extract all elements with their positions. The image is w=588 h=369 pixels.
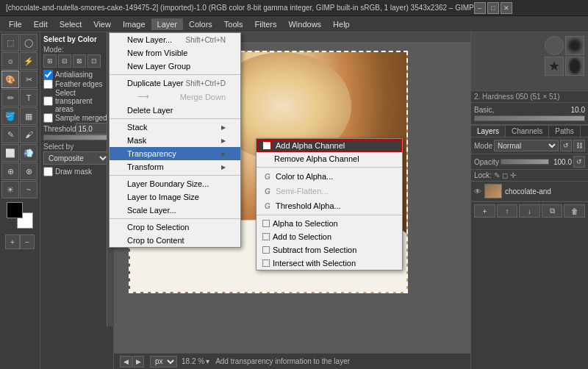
submenu-intersect-selection[interactable]: Intersect with Selection: [257, 257, 402, 270]
menu-select[interactable]: Select: [54, 18, 88, 30]
menu-new-from-visible[interactable]: New from Visible: [110, 46, 240, 60]
close-button[interactable]: ✕: [501, 2, 512, 14]
zoom-in-button[interactable]: +: [5, 234, 20, 249]
lock-alpha-icon[interactable]: ◻: [502, 171, 508, 179]
tool-lasso[interactable]: ⌾: [1, 52, 19, 70]
submenu-semi-flatten[interactable]: G Semi-Flatten...: [257, 184, 402, 198]
submenu-add-to-selection[interactable]: Add to Selection: [257, 230, 402, 243]
lower-layer-btn[interactable]: ↓: [519, 204, 540, 218]
layer-mode-dropdown[interactable]: Normal: [494, 140, 559, 151]
tool-fuzzy-select[interactable]: ⚡: [20, 52, 37, 70]
menu-file[interactable]: File: [3, 18, 28, 30]
tab-paths[interactable]: Paths: [549, 126, 581, 137]
blend-mode-btn-3[interactable]: ⊠: [73, 54, 86, 68]
menu-edit[interactable]: Edit: [28, 18, 54, 30]
raise-layer-btn[interactable]: ↑: [497, 204, 518, 218]
antialiasing-check[interactable]: Antialiasing: [43, 70, 110, 79]
blend-mode-btn-1[interactable]: ⊞: [43, 54, 57, 68]
menu-delete-layer[interactable]: Delete Layer: [110, 104, 240, 117]
draw-mask-checkbox[interactable]: [43, 167, 53, 176]
tool-ellipse-select[interactable]: ◯: [20, 34, 37, 51]
menu-view[interactable]: View: [87, 18, 117, 30]
nav-next[interactable]: ▶: [132, 356, 144, 368]
menu-image[interactable]: Image: [117, 18, 151, 30]
menu-transparency[interactable]: Transparency: [110, 147, 240, 160]
menu-new-layer-group[interactable]: New Layer Group: [110, 60, 240, 73]
new-layer-btn[interactable]: +: [474, 204, 495, 218]
lock-position-icon[interactable]: ✛: [510, 171, 516, 179]
maximize-button[interactable]: □: [487, 2, 499, 14]
menu-filters[interactable]: Filters: [249, 18, 283, 30]
menu-crop-selection[interactable]: Crop to Selection: [110, 221, 240, 234]
fg-bg-colors[interactable]: [7, 202, 33, 229]
submenu-threshold-alpha[interactable]: G Threshold Alpha...: [257, 198, 402, 213]
opacity-reset[interactable]: ↺: [573, 156, 585, 168]
tool-paths[interactable]: ✏: [1, 89, 19, 107]
zoom-dropdown-icon[interactable]: ▾: [206, 357, 209, 365]
antialiasing-checkbox[interactable]: [43, 70, 53, 79]
opacity-slider[interactable]: [501, 159, 549, 165]
feather-check[interactable]: Feather edges: [43, 79, 110, 89]
menu-help[interactable]: Help: [327, 18, 356, 30]
tab-channels[interactable]: Channels: [506, 126, 549, 137]
tool-bucket-fill[interactable]: 🪣: [1, 107, 19, 125]
menu-windows[interactable]: Windows: [282, 18, 327, 30]
tool-scissors[interactable]: ✂: [20, 71, 37, 88]
unit-dropdown[interactable]: px: [150, 356, 177, 368]
spacing-slider[interactable]: [474, 115, 585, 121]
nav-prev[interactable]: ◀: [120, 356, 132, 368]
minimize-button[interactable]: –: [474, 2, 486, 14]
layer-row[interactable]: 👁 chocolate-and: [471, 182, 588, 201]
layer-mode-reset[interactable]: ↺: [560, 140, 572, 151]
foreground-color[interactable]: [7, 202, 23, 218]
sample-merged-checkbox[interactable]: [43, 113, 53, 123]
tool-heal[interactable]: ⊗: [20, 162, 37, 180]
blend-mode-btn-4[interactable]: ⊡: [87, 54, 101, 68]
menu-scale-layer[interactable]: Scale Layer...: [110, 204, 240, 217]
duplicate-layer-btn[interactable]: ⧉: [542, 204, 563, 218]
submenu-subtract-from-selection[interactable]: Subtract from Selection: [257, 243, 402, 257]
select-transparent-checkbox[interactable]: [43, 96, 53, 106]
tool-select-by-color[interactable]: 🎨: [1, 71, 19, 88]
threshold-slider[interactable]: [43, 135, 110, 140]
draw-mask-check[interactable]: Draw mask: [43, 167, 110, 176]
menu-layer[interactable]: Layer: [151, 18, 184, 30]
tool-smudge[interactable]: ~: [20, 181, 37, 198]
menu-new-layer[interactable]: New Layer... Shift+Ctrl+N: [110, 33, 240, 46]
layer-mode-chain[interactable]: ⛓: [573, 140, 585, 151]
menu-colors[interactable]: Colors: [183, 18, 218, 30]
menu-layer-boundary[interactable]: Layer Boundary Size...: [110, 177, 240, 190]
submenu-alpha-to-selection[interactable]: Alpha to Selection: [257, 217, 402, 230]
transparency-submenu[interactable]: Add Alpha Channel Remove Alpha Channel G…: [256, 138, 403, 271]
menu-stack[interactable]: Stack: [110, 121, 240, 134]
select-by-dropdown[interactable]: Composite: [43, 151, 110, 165]
feather-checkbox[interactable]: [43, 79, 53, 89]
submenu-remove-alpha[interactable]: Remove Alpha Channel: [257, 152, 402, 165]
menu-transform[interactable]: Transform: [110, 160, 240, 173]
tool-airbrush[interactable]: 💨: [20, 144, 37, 162]
menu-mask[interactable]: Mask: [110, 134, 240, 147]
zoom-out-button[interactable]: −: [20, 234, 35, 249]
tool-pencil[interactable]: ✎: [1, 126, 19, 143]
tool-eraser[interactable]: ⬜: [1, 144, 19, 162]
blend-mode-btn-2[interactable]: ⊟: [58, 54, 71, 68]
tool-paintbrush[interactable]: 🖌: [20, 126, 37, 143]
lock-pixels-icon[interactable]: ✎: [494, 171, 500, 179]
tool-blend[interactable]: ▦: [20, 107, 37, 125]
tool-text[interactable]: T: [20, 89, 37, 107]
tool-clone[interactable]: ⊕: [1, 162, 19, 180]
tab-layers[interactable]: Layers: [471, 126, 506, 137]
menu-tools[interactable]: Tools: [218, 18, 249, 30]
menu-crop-content[interactable]: Crop to Content: [110, 234, 240, 247]
layer-visibility-icon[interactable]: 👁: [474, 187, 481, 196]
tool-rect-select[interactable]: ⬚: [1, 34, 19, 51]
menu-duplicate-layer[interactable]: Duplicate Layer Shift+Ctrl+D: [110, 76, 240, 90]
select-transparent-check[interactable]: Select transparent areas: [43, 89, 110, 113]
submenu-add-alpha[interactable]: Add Alpha Channel: [257, 139, 402, 152]
delete-layer-btn[interactable]: 🗑: [564, 204, 585, 218]
tool-dodge[interactable]: ☀: [1, 181, 19, 198]
menu-layer-to-image[interactable]: Layer to Image Size: [110, 190, 240, 204]
submenu-color-to-alpha[interactable]: G Color to Alpha...: [257, 169, 402, 184]
sample-merged-check[interactable]: Sample merged: [43, 113, 110, 123]
layer-dropdown-menu[interactable]: New Layer... Shift+Ctrl+N New from Visib…: [109, 32, 241, 248]
